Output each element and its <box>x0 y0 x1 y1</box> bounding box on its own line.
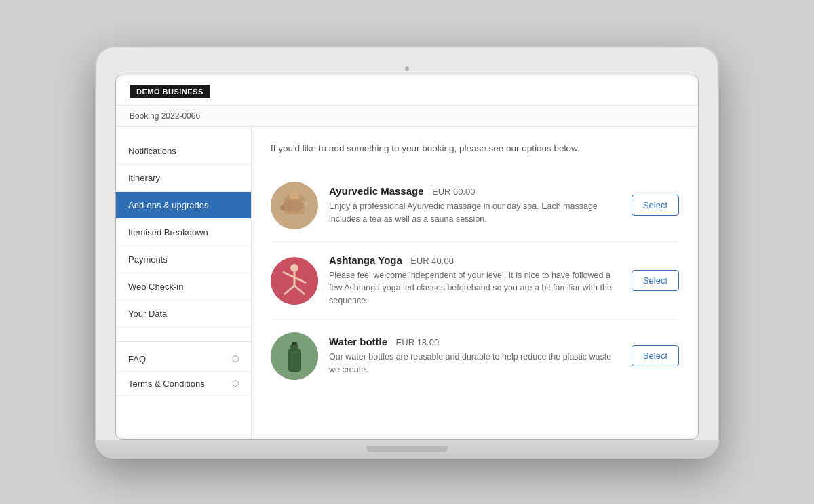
sidebar-item-yourdata[interactable]: Your Data <box>116 301 251 328</box>
camera-dot <box>405 66 409 71</box>
yoga-svg <box>271 257 318 305</box>
sidebar-link-payments[interactable]: Payments <box>116 246 251 273</box>
addon-desc-yoga: Please feel welcome independent of your … <box>329 269 621 307</box>
svg-rect-5 <box>284 202 305 214</box>
page-intro-text: If you'd like to add something to your b… <box>271 143 679 153</box>
addon-item-yoga: Ashtanga Yoga EUR 40.00 Please feel welc… <box>271 242 679 320</box>
addon-price-bottle: EUR 18.00 <box>396 337 440 347</box>
bottle-svg <box>271 332 318 380</box>
sidebar-item-itemised[interactable]: Itemised Breakdown <box>116 219 251 246</box>
sidebar-link-webcheckin[interactable]: Web Check-in <box>116 273 251 300</box>
svg-point-0 <box>271 182 318 229</box>
laptop-frame: DEMO BUSINESS Booking 2022-0066 Notifica… <box>95 46 719 459</box>
addon-item-massage: Ayurvedic Massage EUR 60.00 Enjoy a prof… <box>271 170 679 242</box>
svg-rect-15 <box>292 342 297 345</box>
sidebar-item-webcheckin[interactable]: Web Check-in <box>116 273 251 301</box>
addon-image-yoga <box>271 257 318 305</box>
terms-external-icon: ⬡ <box>232 379 239 388</box>
addon-title-bottle: Water bottle <box>329 336 387 347</box>
addon-info-bottle: Water bottle EUR 18.00 Our water bottles… <box>329 336 621 376</box>
sidebar-item-notifications[interactable]: Notifications <box>116 138 251 165</box>
addon-image-massage <box>271 182 318 229</box>
addon-desc-massage: Enjoy a professional Ayurvedic massage i… <box>329 200 621 226</box>
main-content: If you'd like to add something to your b… <box>252 127 698 439</box>
addon-price-massage: EUR 60.00 <box>432 187 476 197</box>
sidebar-link-itinerary[interactable]: Itinerary <box>116 165 251 191</box>
select-button-yoga[interactable]: Select <box>632 270 679 291</box>
sidebar-footer: FAQ ⬡ Terms & Conditions ⬡ <box>116 341 251 396</box>
addon-title-yoga: Ashtanga Yoga <box>329 254 402 266</box>
sidebar: Notifications Itinerary Add-ons & upgrad… <box>116 127 252 439</box>
addon-title-massage: Ayurvedic Massage <box>329 185 424 197</box>
massage-svg <box>271 182 318 229</box>
app-body: Notifications Itinerary Add-ons & upgrad… <box>116 127 698 439</box>
brand-badge: DEMO BUSINESS <box>130 85 210 98</box>
sidebar-nav: Notifications Itinerary Add-ons & upgrad… <box>116 138 251 328</box>
sidebar-link-itemised[interactable]: Itemised Breakdown <box>116 219 251 246</box>
addon-info-massage: Ayurvedic Massage EUR 60.00 Enjoy a prof… <box>329 185 621 226</box>
sidebar-item-addons[interactable]: Add-ons & upgrades <box>116 192 251 219</box>
sidebar-link-notifications[interactable]: Notifications <box>116 138 251 164</box>
svg-point-4 <box>290 192 299 201</box>
addon-desc-bottle: Our water bottles are reusable and durab… <box>329 351 621 376</box>
select-button-bottle[interactable]: Select <box>632 345 679 366</box>
svg-point-2 <box>280 204 291 211</box>
addon-price-yoga: EUR 40.00 <box>410 256 454 266</box>
addon-item-bottle: Water bottle EUR 18.00 Our water bottles… <box>271 320 679 392</box>
laptop-base <box>95 440 719 459</box>
sidebar-item-faq[interactable]: FAQ ⬡ <box>116 347 251 372</box>
sidebar-item-payments[interactable]: Payments <box>116 246 251 273</box>
faq-external-icon: ⬡ <box>232 354 239 364</box>
addon-info-yoga: Ashtanga Yoga EUR 40.00 Please feel welc… <box>329 254 621 307</box>
addon-image-bottle <box>271 332 318 380</box>
booking-ref-text: Booking 2022-0066 <box>130 111 200 121</box>
faq-label: FAQ <box>128 354 146 364</box>
app-header: DEMO BUSINESS <box>116 75 698 106</box>
booking-ref-bar: Booking 2022-0066 <box>116 106 698 127</box>
sidebar-link-yourdata[interactable]: Your Data <box>116 301 251 327</box>
addon-list: Ayurvedic Massage EUR 60.00 Enjoy a prof… <box>271 170 679 392</box>
sidebar-link-addons[interactable]: Add-ons & upgrades <box>116 192 251 218</box>
svg-point-7 <box>290 264 298 272</box>
sidebar-item-terms[interactable]: Terms & Conditions ⬡ <box>116 372 251 396</box>
terms-label: Terms & Conditions <box>128 379 205 389</box>
sidebar-item-itinerary[interactable]: Itinerary <box>116 165 251 192</box>
laptop-base-notch <box>366 446 448 452</box>
select-button-massage[interactable]: Select <box>632 195 679 216</box>
laptop-screen: DEMO BUSINESS Booking 2022-0066 Notifica… <box>115 75 699 440</box>
svg-rect-17 <box>289 351 300 353</box>
